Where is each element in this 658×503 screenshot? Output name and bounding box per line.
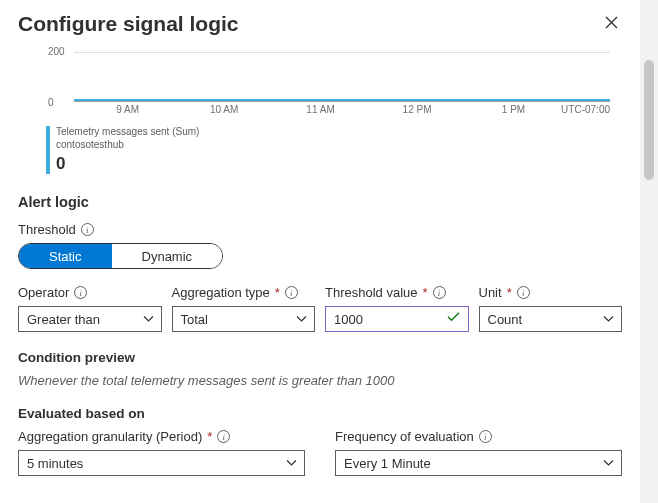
operator-label: Operator xyxy=(18,285,69,300)
x-tick: 11 AM xyxy=(306,104,334,115)
x-tick: 1 PM xyxy=(502,104,525,115)
chart-legend: Telemetry messages sent (Sum) contosotes… xyxy=(46,126,610,174)
threshold-dynamic-option[interactable]: Dynamic xyxy=(112,244,223,268)
required-marker: * xyxy=(507,285,512,300)
threshold-value-text: 1000 xyxy=(334,312,363,327)
evaluated-heading: Evaluated based on xyxy=(18,406,622,421)
page-title: Configure signal logic xyxy=(18,12,239,36)
info-icon[interactable]: i xyxy=(479,430,492,443)
operator-select[interactable]: Greater than xyxy=(18,306,162,332)
checkmark-icon xyxy=(447,311,460,326)
info-icon[interactable]: i xyxy=(81,223,94,236)
chevron-down-icon xyxy=(603,316,614,323)
info-icon[interactable]: i xyxy=(285,286,298,299)
aggregation-type-label: Aggregation type xyxy=(172,285,270,300)
info-icon[interactable]: i xyxy=(217,430,230,443)
info-icon[interactable]: i xyxy=(74,286,87,299)
operator-value: Greater than xyxy=(27,312,100,327)
info-icon[interactable]: i xyxy=(517,286,530,299)
legend-series-name: Telemetry messages sent (Sum) xyxy=(56,126,199,139)
granularity-label: Aggregation granularity (Period) xyxy=(18,429,202,444)
threshold-value-label: Threshold value xyxy=(325,285,418,300)
legend-series-value: 0 xyxy=(56,153,199,174)
threshold-static-option[interactable]: Static xyxy=(19,244,112,268)
chevron-down-icon xyxy=(603,460,614,467)
legend-resource-name: contosotesthub xyxy=(56,139,199,152)
required-marker: * xyxy=(275,285,280,300)
x-tick: 10 AM xyxy=(210,104,238,115)
granularity-select[interactable]: 5 minutes xyxy=(18,450,305,476)
required-marker: * xyxy=(207,429,212,444)
required-marker: * xyxy=(423,285,428,300)
aggregation-type-value: Total xyxy=(181,312,208,327)
legend-color-swatch xyxy=(46,126,50,174)
gridline xyxy=(74,52,610,53)
chart-series-line xyxy=(74,99,610,101)
scroll-thumb[interactable] xyxy=(644,60,654,180)
threshold-value-input[interactable]: 1000 xyxy=(325,306,469,332)
unit-select[interactable]: Count xyxy=(479,306,623,332)
frequency-select[interactable]: Every 1 Minute xyxy=(335,450,622,476)
y-tick: 0 xyxy=(48,97,54,108)
y-tick: 200 xyxy=(48,46,65,57)
x-tick: 9 AM xyxy=(116,104,139,115)
unit-value: Count xyxy=(488,312,523,327)
frequency-value: Every 1 Minute xyxy=(344,456,431,471)
granularity-value: 5 minutes xyxy=(27,456,83,471)
close-icon xyxy=(605,16,618,29)
chevron-down-icon xyxy=(286,460,297,467)
info-icon[interactable]: i xyxy=(433,286,446,299)
condition-preview-heading: Condition preview xyxy=(18,350,622,365)
alert-logic-heading: Alert logic xyxy=(18,194,622,210)
threshold-toggle[interactable]: Static Dynamic xyxy=(18,243,223,269)
close-button[interactable] xyxy=(601,12,622,36)
timezone-label: UTC-07:00 xyxy=(561,104,610,115)
vertical-scrollbar[interactable] xyxy=(640,0,658,503)
threshold-label: Threshold xyxy=(18,222,76,237)
metric-chart: 200 0 9 AM 10 AM 11 AM 12 PM 1 PM UTC-07… xyxy=(30,52,610,174)
aggregation-type-select[interactable]: Total xyxy=(172,306,316,332)
x-tick: 12 PM xyxy=(403,104,432,115)
chevron-down-icon xyxy=(143,316,154,323)
chevron-down-icon xyxy=(296,316,307,323)
frequency-label: Frequency of evaluation xyxy=(335,429,474,444)
unit-label: Unit xyxy=(479,285,502,300)
condition-preview-text: Whenever the total telemetry messages se… xyxy=(18,373,622,388)
